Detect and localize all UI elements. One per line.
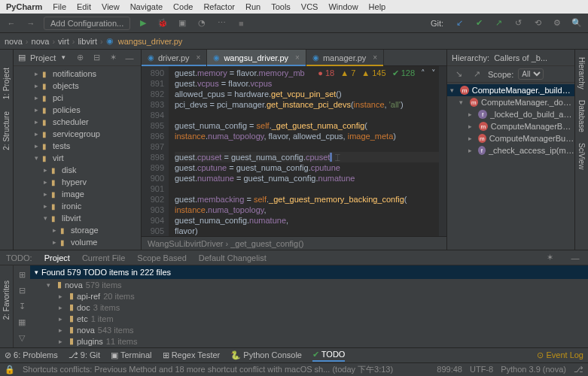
menu-window[interactable]: Window bbox=[328, 2, 358, 11]
todo-tab-project[interactable]: Project bbox=[44, 253, 70, 262]
crumb[interactable]: nova bbox=[32, 37, 50, 46]
expand-icon[interactable]: ⊞ bbox=[15, 268, 29, 281]
todo-item[interactable]: ▾▮ nova 579 items bbox=[30, 279, 588, 290]
ide-settings-icon[interactable]: ⚙ bbox=[550, 17, 564, 30]
tree-item[interactable]: ▸▮pci bbox=[14, 92, 141, 104]
scope-select[interactable]: All bbox=[518, 68, 544, 80]
vcs-update-icon[interactable]: ↙ bbox=[452, 17, 466, 30]
tree-item[interactable]: ▸▮objects bbox=[14, 80, 141, 92]
dropdown-icon[interactable]: ▼ bbox=[60, 54, 66, 61]
inspection-summary[interactable]: ● 18 ▲ 7 ▲ 145 ✔ 128 ˄ ˅ bbox=[318, 68, 436, 78]
editor-breadcrumb[interactable]: WangSuLibvirtDriver › _get_guest_config(… bbox=[142, 236, 446, 250]
callees-icon[interactable]: ↗ bbox=[470, 68, 483, 81]
add-configuration-button[interactable]: Add Configuration... bbox=[44, 17, 130, 30]
stop-icon[interactable]: ■ bbox=[234, 17, 248, 30]
terminal-tool-button[interactable]: ▣ Terminal bbox=[111, 350, 151, 360]
vcs-history-icon[interactable]: ↺ bbox=[511, 17, 525, 30]
chevron-down-icon[interactable]: ˅ bbox=[431, 68, 436, 78]
hierarchy-item[interactable]: ▾mComputeManager._do_bui bbox=[447, 96, 574, 108]
git-tool-button[interactable]: ⎇ 9: Git bbox=[69, 350, 100, 360]
event-log-button[interactable]: ⊙ Event Log bbox=[537, 350, 583, 360]
hierarchy-item[interactable]: ▸f_locked_do_build_and_r bbox=[447, 108, 574, 120]
hide-panel-icon[interactable]: — bbox=[123, 51, 136, 65]
vcs-rollback-icon[interactable]: ⟲ bbox=[531, 17, 544, 30]
debug-icon[interactable]: 🐞 bbox=[156, 17, 169, 30]
menu-help[interactable]: Help bbox=[369, 2, 386, 11]
crumb[interactable]: libvirt bbox=[78, 37, 97, 46]
editor-tab[interactable]: ◉driver.py× bbox=[142, 50, 207, 65]
vcs-commit-icon[interactable]: ✔ bbox=[472, 17, 486, 30]
close-icon[interactable]: × bbox=[197, 53, 201, 62]
panel-settings-icon[interactable]: ✶ bbox=[106, 51, 120, 65]
python-interpreter[interactable]: Python 3.9 (nova) bbox=[501, 365, 566, 374]
collapse-all-icon[interactable]: ⊟ bbox=[15, 284, 29, 297]
file-encoding[interactable]: UTF-8 bbox=[470, 365, 493, 374]
todo-summary[interactable]: ▾ Found 579 TODO items in 222 files bbox=[30, 265, 588, 279]
crumb[interactable]: nova bbox=[5, 37, 23, 46]
database-tool-button[interactable]: Database bbox=[577, 97, 586, 135]
hierarchy-tool-button[interactable]: Hierarchy bbox=[577, 54, 586, 92]
regex-tool-button[interactable]: ⊞ Regex Tester bbox=[163, 350, 221, 360]
tree-item[interactable]: ▸▮image bbox=[14, 188, 141, 200]
python-console-button[interactable]: 🐍 Python Console bbox=[230, 350, 302, 360]
todo-settings-icon[interactable]: ✶ bbox=[543, 251, 556, 265]
tree-item[interactable]: ▸▮storage bbox=[14, 224, 141, 236]
git-branch-icon[interactable]: ⎇ bbox=[574, 365, 583, 374]
search-everywhere-icon[interactable]: 🔍 bbox=[570, 17, 583, 30]
collapse-icon[interactable]: ⊟ bbox=[90, 51, 103, 65]
close-icon[interactable]: × bbox=[373, 53, 377, 62]
tree-item[interactable]: ▸▮hyperv bbox=[14, 176, 141, 188]
todo-item[interactable]: ▸▮ doc 3 items bbox=[30, 302, 588, 313]
status-lock-icon[interactable]: 🔒 bbox=[5, 365, 15, 374]
profile-icon[interactable]: ◔ bbox=[195, 17, 209, 30]
nav-back-icon[interactable]: ← bbox=[5, 17, 18, 30]
marker-rail[interactable] bbox=[439, 66, 446, 236]
menu-file[interactable]: File bbox=[53, 2, 66, 11]
menu-navigate[interactable]: Navigate bbox=[130, 2, 163, 11]
menu-code[interactable]: Code bbox=[173, 2, 193, 11]
tree-item[interactable]: ▸▮scheduler bbox=[14, 116, 141, 128]
vcs-push-icon[interactable]: ↗ bbox=[492, 17, 505, 30]
menu-vcs[interactable]: VCS bbox=[301, 2, 318, 11]
todo-tab-changelist[interactable]: Default Changelist bbox=[199, 253, 267, 262]
autoscroll-icon[interactable]: ↧ bbox=[15, 300, 29, 313]
todo-tool-button[interactable]: ✔ TODO bbox=[312, 350, 345, 362]
hierarchy-item[interactable]: ▸mComputeManagerBuildIns bbox=[447, 132, 574, 144]
editor-tab[interactable]: ◉manager.py× bbox=[306, 50, 384, 65]
line-gutter[interactable]: 8908918928938948958968978988999009019029… bbox=[142, 66, 169, 236]
todo-tab-scope[interactable]: Scope Based bbox=[137, 253, 186, 262]
todo-item[interactable]: ▸▮ nova 543 items bbox=[30, 324, 588, 335]
tree-item[interactable]: ▸▮notifications bbox=[14, 68, 141, 80]
todo-item[interactable]: ▸▮ etc 1 item bbox=[30, 313, 588, 324]
todo-item[interactable]: ▸▮ api-ref 20 items bbox=[30, 290, 588, 302]
crumb-file[interactable]: wangsu_driver.py bbox=[118, 37, 183, 46]
todo-hide-icon[interactable]: — bbox=[568, 251, 582, 265]
tree-item[interactable]: ▸▮disk bbox=[14, 164, 141, 176]
favorites-tool-button[interactable]: 2: Favorites bbox=[2, 280, 11, 320]
tree-item[interactable]: ▸▮servicegroup bbox=[14, 128, 141, 140]
problems-tool-button[interactable]: ⊘ 6: Problems bbox=[5, 350, 58, 360]
tree-item[interactable]: ▾▮libvirt bbox=[14, 212, 141, 224]
tree-item[interactable]: ▸▮tests bbox=[14, 140, 141, 152]
tree-item[interactable]: ▸▮volume bbox=[14, 236, 141, 248]
hierarchy-item[interactable]: ▸mComputeManagerBuild bbox=[447, 120, 574, 132]
project-tool-button[interactable]: 1: Project bbox=[2, 65, 11, 102]
hierarchy-item[interactable]: ▾mComputeManager._build_and bbox=[447, 84, 574, 96]
coverage-icon[interactable]: ▣ bbox=[175, 17, 189, 30]
nav-fwd-icon[interactable]: → bbox=[24, 17, 38, 30]
menu-edit[interactable]: Edit bbox=[77, 2, 91, 11]
code-editor[interactable]: ● 18 ▲ 7 ▲ 145 ✔ 128 ˄ ˅ guest.memory = … bbox=[169, 66, 439, 236]
menu-refactor[interactable]: Refactor bbox=[203, 2, 235, 11]
caret-position[interactable]: 899:48 bbox=[437, 365, 462, 374]
hierarchy-tree[interactable]: ▾mComputeManager._build_and▾mComputeMana… bbox=[447, 83, 574, 250]
tree-item[interactable]: ▾▮virt bbox=[14, 152, 141, 164]
sciview-tool-button[interactable]: SciView bbox=[577, 140, 586, 172]
close-icon[interactable]: × bbox=[295, 53, 300, 62]
callers-icon[interactable]: ↘ bbox=[452, 68, 465, 81]
editor-tab[interactable]: ◉wangsu_driver.py× bbox=[207, 50, 306, 65]
menu-tools[interactable]: Tools bbox=[271, 2, 291, 11]
structure-tool-button[interactable]: 2: Structure bbox=[2, 108, 11, 153]
todo-list[interactable]: ▾ Found 579 TODO items in 222 files ▾▮ n… bbox=[30, 265, 588, 347]
tree-item[interactable]: ▸▮policies bbox=[14, 104, 141, 116]
select-opened-icon[interactable]: ⊕ bbox=[73, 51, 87, 65]
